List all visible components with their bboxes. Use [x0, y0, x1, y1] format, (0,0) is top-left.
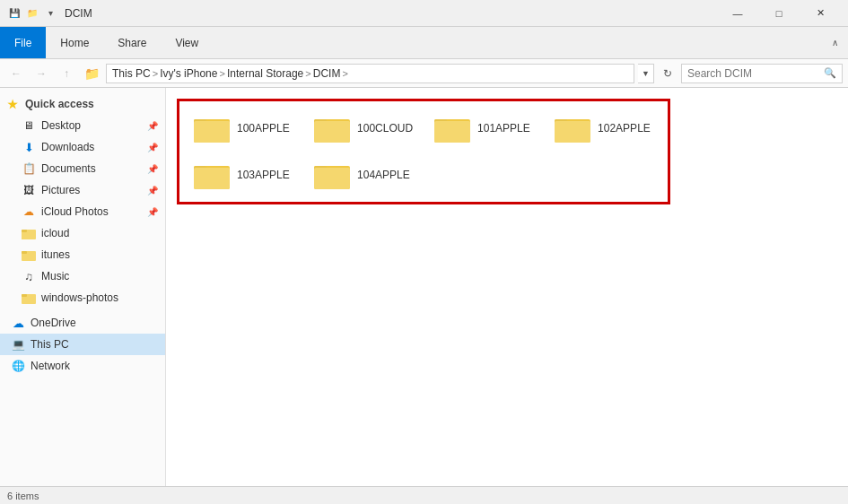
address-bar: ← → ↑ 📁 This PC > Ivy's iPhone > Interna…: [0, 59, 848, 88]
tab-share[interactable]: Share: [103, 27, 161, 58]
sidebar-item-itunes[interactable]: itunes: [0, 244, 165, 265]
search-icon: 🔍: [824, 67, 836, 79]
sidebar-item-thispc[interactable]: 💻 This PC: [0, 334, 165, 355]
folder-item-102apple[interactable]: 102APPLE: [544, 105, 664, 152]
thispc-label: This PC: [31, 338, 158, 351]
tab-view[interactable]: View: [161, 27, 213, 58]
svg-rect-31: [314, 168, 350, 187]
sidebar-item-downloads[interactable]: ⬇ Downloads 📌: [0, 136, 165, 158]
svg-rect-23: [555, 121, 590, 141]
documents-label: Documents: [41, 162, 142, 175]
search-input[interactable]: [687, 67, 820, 80]
svg-rect-27: [194, 168, 230, 187]
music-label: Music: [41, 270, 158, 282]
highlight-border: 100APPLE 100CLOUD: [177, 99, 670, 204]
svg-rect-1: [22, 231, 28, 239]
tab-home[interactable]: Home: [46, 27, 103, 58]
title-bar-folder-icon: 📁: [25, 6, 39, 21]
folder-name-101apple: 101APPLE: [477, 122, 530, 135]
sep-4: >: [342, 68, 347, 79]
title-bar-save-icon: 💾: [7, 6, 22, 21]
sep-2: >: [219, 68, 224, 79]
sidebar-item-windows-photos[interactable]: windows-photos: [0, 287, 165, 308]
documents-icon: 📋: [22, 161, 36, 176]
title-bar-down-icon: ▾: [43, 6, 57, 21]
network-label: Network: [31, 360, 158, 372]
folder-item-104apple[interactable]: 104APPLE: [303, 152, 424, 198]
ribbon: File Home Share View ∧: [0, 27, 848, 59]
thispc-icon: 💻: [11, 337, 25, 352]
status-bar: 6 items: [0, 486, 848, 504]
icloud-photos-pin-icon: 📌: [147, 207, 158, 217]
svg-rect-15: [314, 121, 350, 141]
breadcrumb-storage[interactable]: Internal Storage: [227, 67, 303, 80]
folder-grid: 100APPLE 100CLOUD: [183, 105, 664, 198]
quick-access-label: Quick access: [25, 98, 158, 110]
icloud-photos-label: iCloud Photos: [41, 205, 142, 218]
desktop-pin-icon: 📌: [147, 121, 158, 131]
ribbon-expand-button[interactable]: ∧: [821, 27, 848, 58]
star-icon: ★: [5, 97, 20, 111]
itunes-label: itunes: [41, 248, 158, 261]
sep-1: >: [153, 68, 158, 79]
title-bar-icons: 💾 📁 ▾: [7, 6, 57, 21]
tab-file[interactable]: File: [0, 27, 46, 58]
icloud-photos-icon: ☁: [22, 204, 36, 219]
minimize-button[interactable]: —: [717, 0, 758, 27]
downloads-pin-icon: 📌: [147, 143, 158, 152]
folder-icon-100cloud: [314, 114, 350, 143]
address-path[interactable]: This PC > Ivy's iPhone > Internal Storag…: [106, 64, 634, 83]
folder-item-100cloud[interactable]: 100CLOUD: [303, 105, 424, 152]
folder-item-100apple[interactable]: 100APPLE: [183, 105, 303, 152]
svg-rect-4: [22, 251, 27, 254]
folder-name-103apple: 103APPLE: [237, 169, 290, 181]
folder-item-103apple[interactable]: 103APPLE: [183, 152, 303, 198]
sidebar-item-quick-access[interactable]: ★ Quick access: [0, 93, 165, 115]
sidebar: ★ Quick access 🖥 Desktop 📌 ⬇ Downloads 📌…: [0, 88, 166, 486]
downloads-label: Downloads: [41, 141, 142, 153]
folder-name-104apple: 104APPLE: [357, 169, 410, 181]
downloads-icon: ⬇: [22, 140, 36, 154]
forward-button[interactable]: →: [31, 63, 52, 84]
maximize-button[interactable]: □: [758, 0, 800, 27]
sep-3: >: [305, 68, 310, 79]
folder-icon-103apple: [194, 161, 230, 189]
breadcrumb-thispc[interactable]: This PC: [112, 67, 151, 80]
svg-rect-19: [434, 121, 470, 141]
window-title: DCIM: [65, 7, 717, 20]
music-icon: ♫: [22, 269, 36, 283]
sidebar-item-pictures[interactable]: 🖼 Pictures 📌: [0, 179, 165, 201]
main-layout: ★ Quick access 🖥 Desktop 📌 ⬇ Downloads 📌…: [0, 88, 848, 486]
svg-rect-11: [194, 121, 230, 141]
sidebar-item-onedrive[interactable]: ☁ OneDrive: [0, 312, 165, 334]
content-area: 100APPLE 100CLOUD: [166, 88, 848, 486]
desktop-label: Desktop: [41, 119, 142, 132]
back-button[interactable]: ←: [5, 63, 27, 84]
sidebar-item-network[interactable]: 🌐 Network: [0, 355, 165, 377]
close-button[interactable]: ✕: [800, 0, 841, 27]
sidebar-item-icloud[interactable]: icloud: [0, 222, 165, 244]
search-box[interactable]: 🔍: [681, 64, 843, 83]
folder-name-100cloud: 100CLOUD: [357, 122, 413, 135]
network-icon: 🌐: [11, 359, 25, 373]
folder-name-102apple: 102APPLE: [598, 122, 651, 135]
documents-pin-icon: 📌: [147, 164, 158, 174]
up-button[interactable]: ↑: [56, 63, 77, 84]
folder-icon-100apple: [194, 114, 230, 143]
sidebar-item-desktop[interactable]: 🖥 Desktop 📌: [0, 115, 165, 136]
folder-item-101apple[interactable]: 101APPLE: [424, 105, 544, 152]
refresh-button[interactable]: ↻: [658, 64, 678, 83]
icloud-folder-icon: [22, 226, 36, 240]
breadcrumb-iphone[interactable]: Ivy's iPhone: [160, 67, 217, 80]
pictures-icon: 🖼: [22, 183, 36, 197]
folder-icon-104apple: [314, 161, 350, 189]
address-dropdown-button[interactable]: ▼: [638, 64, 654, 83]
pictures-pin-icon: 📌: [147, 186, 158, 196]
onedrive-icon: ☁: [11, 316, 25, 330]
sidebar-item-icloud-photos[interactable]: ☁ iCloud Photos 📌: [0, 201, 165, 222]
sidebar-item-documents[interactable]: 📋 Documents 📌: [0, 158, 165, 179]
sidebar-item-music[interactable]: ♫ Music: [0, 265, 165, 287]
status-item-count: 6 items: [7, 491, 39, 501]
folder-name-100apple: 100APPLE: [237, 122, 290, 135]
breadcrumb-dcim[interactable]: DCIM: [313, 67, 341, 80]
